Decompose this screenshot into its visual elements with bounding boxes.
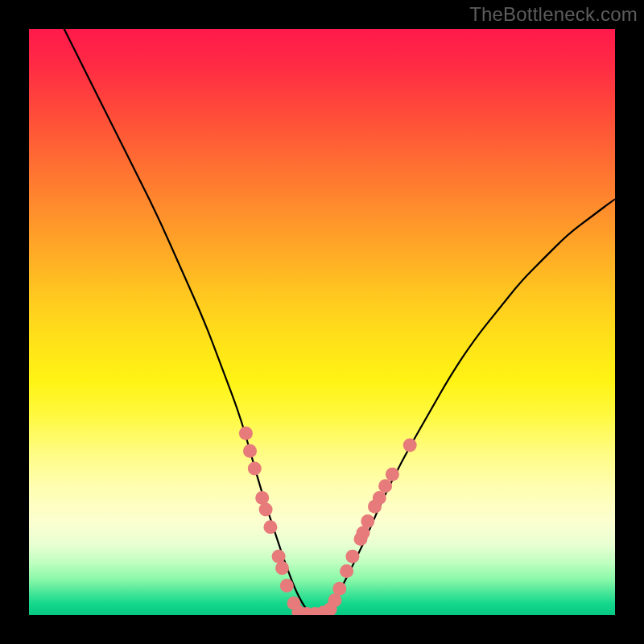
- data-dot: [332, 582, 346, 596]
- data-dot: [243, 444, 257, 458]
- data-dot: [259, 503, 273, 517]
- data-dot: [386, 468, 399, 481]
- data-dot: [340, 564, 353, 578]
- data-dot: [239, 427, 253, 440]
- plot-area: [29, 29, 615, 615]
- data-dot: [373, 491, 386, 505]
- data-dot: [272, 550, 286, 564]
- curve-layer: [29, 29, 615, 615]
- data-dot: [403, 438, 417, 452]
- data-dots-group: [239, 427, 417, 615]
- chart-frame: TheBottleneck.com: [0, 0, 644, 644]
- watermark-text: TheBottleneck.com: [469, 3, 638, 26]
- data-dot: [263, 520, 277, 534]
- data-dot: [248, 462, 262, 476]
- data-dot: [255, 491, 269, 505]
- data-dot: [361, 514, 374, 528]
- data-dot: [280, 579, 294, 592]
- data-dot: [357, 526, 370, 540]
- data-dot: [275, 561, 289, 575]
- data-dot: [345, 550, 359, 564]
- data-dot: [328, 593, 342, 607]
- data-dot: [378, 479, 392, 493]
- bottleneck-curve: [64, 29, 615, 615]
